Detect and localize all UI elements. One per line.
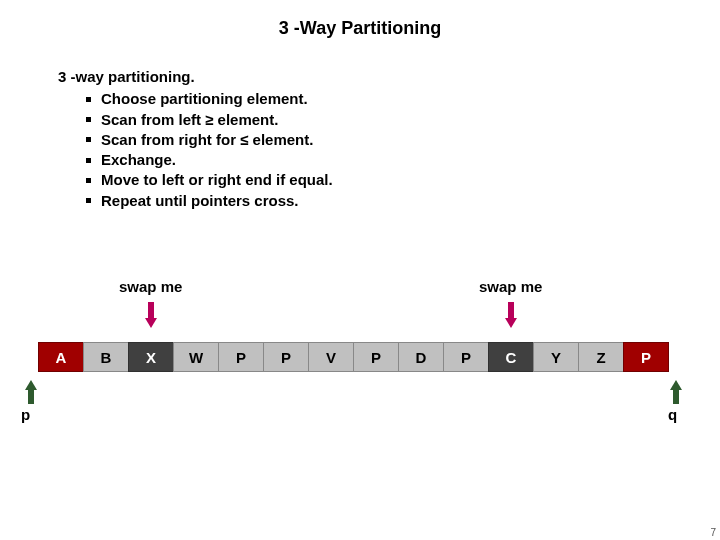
content-block: 3 -way partitioning. Choose partitioning… [0,39,720,211]
array-cell: C [488,342,534,372]
bullet-icon [86,97,91,102]
swap-right-label: swap me [479,278,542,295]
bullet-text: Choose partitioning element. [101,89,308,109]
array-cell: A [38,342,84,372]
bullet-icon [86,137,91,142]
arrow-up-icon [670,380,682,404]
bullet-text: Scan from left ≥ element. [101,110,278,130]
bullet-text: Move to left or right end if equal. [101,170,333,190]
list-item: Scan from right for ≤ element. [86,130,720,150]
array-cell: P [263,342,309,372]
bullet-text: Exchange. [101,150,176,170]
bullet-text: Repeat until pointers cross. [101,191,299,211]
swap-left-label: swap me [119,278,182,295]
array-cell: W [173,342,219,372]
list-item: Scan from left ≥ element. [86,110,720,130]
list-item: Exchange. [86,150,720,170]
bullet-list: Choose partitioning element. Scan from l… [58,87,720,211]
array-cells: ABXWPPVPDPCYZP [38,342,669,372]
array-cell: X [128,342,174,372]
array-cell: B [83,342,129,372]
array-cell: P [218,342,264,372]
bullet-icon [86,198,91,203]
arrow-up-icon [25,380,37,404]
section-heading: 3 -way partitioning. [58,67,720,87]
bullet-text: Scan from right for ≤ element. [101,130,313,150]
pointer-p-label: p [21,406,30,423]
list-item: Move to left or right end if equal. [86,170,720,190]
array-cell: D [398,342,444,372]
list-item: Choose partitioning element. [86,89,720,109]
bullet-icon [86,158,91,163]
array-cell: Z [578,342,624,372]
pointer-q-label: q [668,406,677,423]
array-cell: P [353,342,399,372]
array-cell: P [443,342,489,372]
page-title: 3 -Way Partitioning [0,0,720,39]
array-cell: V [308,342,354,372]
bullet-icon [86,178,91,183]
array-cell: P [623,342,669,372]
arrow-down-icon [146,302,156,328]
bullet-icon [86,117,91,122]
list-item: Repeat until pointers cross. [86,191,720,211]
page-number: 7 [710,527,716,538]
arrow-down-icon [506,302,516,328]
array-cell: Y [533,342,579,372]
